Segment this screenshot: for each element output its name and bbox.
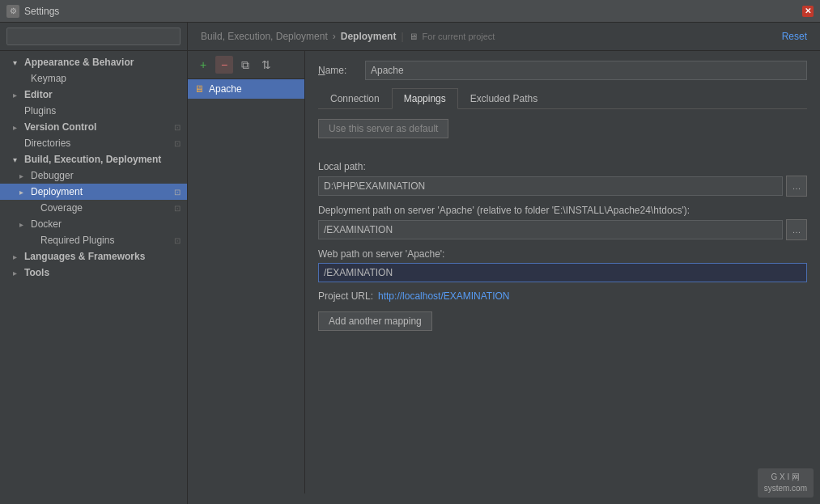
sidebar-item-docker[interactable]: ▸ Docker [0, 216, 187, 232]
web-path-row [318, 263, 807, 282]
local-path-label: Local path: [318, 161, 807, 172]
content-area: Build, Execution, Deployment › Deploymen… [188, 23, 820, 504]
arrow-icon: ▸ [19, 220, 28, 229]
sidebar-item-appearance[interactable]: ▾ Appearance & Behavior [0, 54, 187, 70]
arrow-icon: ▸ [19, 172, 28, 180]
sidebar-item-keymap[interactable]: Keymap [0, 70, 187, 87]
sidebar-item-directories[interactable]: Directories ⊡ [0, 135, 187, 151]
sidebar-tree: ▾ Appearance & Behavior Keymap ▸ Editor … [0, 51, 187, 504]
server-panel: + − ⧉ ⇅ 🖥 Apache NName:ame: [188, 51, 820, 493]
local-path-input[interactable] [318, 176, 783, 196]
server-item-apache[interactable]: 🖥 Apache [188, 79, 304, 99]
project-url-label: Project URL: [318, 290, 373, 302]
sidebar-item-debugger[interactable]: ▸ Debugger [0, 167, 187, 184]
project-label: For current project [423, 32, 495, 41]
sidebar-item-languages[interactable]: ▸ Languages & Frameworks [0, 248, 187, 265]
sidebar-item-coverage[interactable]: Coverage ⊡ [0, 200, 187, 216]
server-item-icon: 🖥 [194, 83, 204, 95]
default-btn-wrapper: Use this server as default [318, 119, 807, 150]
deployment-path-input[interactable] [318, 220, 783, 239]
main-container: Q ▾ Appearance & Behavior Keymap ▸ Edito… [0, 23, 820, 504]
sidebar-item-build[interactable]: ▾ Build, Execution, Deployment [0, 151, 187, 167]
sidebar-item-required-plugins[interactable]: Required Plugins ⊡ [0, 232, 187, 248]
sidebar-item-editor[interactable]: ▸ Editor [0, 87, 187, 103]
breadcrumb-part1: Build, Execution, Deployment [201, 31, 328, 42]
tab-connection[interactable]: Connection [318, 88, 392, 109]
sidebar-item-version-control[interactable]: ▸ Version Control ⊡ [0, 119, 187, 135]
arrow-icon: ▸ [13, 91, 21, 100]
local-path-browse-button[interactable]: … [786, 176, 807, 197]
name-input[interactable] [365, 61, 807, 80]
copy-server-button[interactable]: ⧉ [236, 56, 254, 74]
breadcrumb-divider: | [401, 31, 403, 42]
deployment-path-label: Deployment path on server 'Apache' (rela… [318, 205, 807, 216]
settings-icon: ⚙ [6, 5, 19, 18]
search-bar: Q [0, 23, 187, 51]
arrow-icon: ▸ [19, 188, 28, 197]
watermark: G X I 网system.com [758, 468, 814, 498]
project-label-icon: 🖥 [409, 32, 418, 41]
deploy-icon: ⊡ [174, 188, 181, 197]
arrow-icon: ▸ [13, 269, 21, 277]
project-url-row: Project URL: http://localhost/EXAMINATIO… [318, 290, 807, 302]
sidebar-item-deployment[interactable]: ▸ Deployment ⊡ [0, 184, 187, 200]
vc-icon: ⊡ [174, 123, 181, 132]
web-path-input[interactable] [318, 263, 807, 282]
tabs-row: Connection Mappings Excluded Paths [318, 88, 807, 109]
add-server-button[interactable]: + [194, 56, 212, 74]
titlebar: ⚙ Settings ✕ [0, 0, 820, 23]
name-label: NName:ame: [318, 65, 359, 76]
content-header: Build, Execution, Deployment › Deploymen… [188, 23, 820, 51]
move-server-button[interactable]: ⇅ [257, 56, 275, 74]
close-button[interactable]: ✕ [802, 6, 814, 17]
titlebar-left: ⚙ Settings [6, 5, 59, 18]
deployment-path-browse-button[interactable]: … [786, 219, 807, 240]
use-default-button[interactable]: Use this server as default [318, 119, 448, 138]
deployment-path-row: … [318, 219, 807, 240]
breadcrumb-part2: Deployment [341, 31, 397, 42]
breadcrumb: Build, Execution, Deployment › Deploymen… [201, 31, 495, 42]
sidebar-item-tools[interactable]: ▸ Tools [0, 265, 187, 281]
search-input[interactable] [6, 28, 181, 45]
coverage-icon: ⊡ [174, 204, 181, 213]
local-path-row: … [318, 176, 807, 197]
arrow-icon: ▾ [13, 58, 21, 67]
add-mapping-button[interactable]: Add another mapping [318, 311, 432, 331]
server-list: 🖥 Apache [188, 79, 304, 493]
web-path-label: Web path on server 'Apache': [318, 248, 807, 260]
remove-server-button[interactable]: − [215, 56, 233, 74]
server-list-toolbar: + − ⧉ ⇅ [188, 51, 304, 79]
server-item-label: Apache [209, 83, 242, 95]
detail-panel: NName:ame: Connection Mappings Excluded … [305, 51, 820, 493]
name-row: NName:ame: [318, 61, 807, 80]
arrow-icon: ▸ [13, 252, 21, 261]
tab-excluded-paths[interactable]: Excluded Paths [458, 88, 550, 109]
server-list-panel: + − ⧉ ⇅ 🖥 Apache [188, 51, 305, 493]
arrow-icon: ▾ [13, 155, 21, 164]
search-wrapper: Q [6, 28, 181, 45]
reset-button[interactable]: Reset [782, 31, 807, 42]
project-url-link[interactable]: http://localhost/EXAMINATION [378, 290, 510, 302]
dir-icon: ⊡ [174, 139, 181, 148]
breadcrumb-arrow: › [333, 31, 336, 42]
req-plugins-icon: ⊡ [174, 236, 181, 245]
arrow-icon: ▸ [13, 123, 21, 132]
titlebar-title: Settings [24, 6, 59, 17]
sidebar-item-plugins[interactable]: Plugins [0, 103, 187, 119]
sidebar: Q ▾ Appearance & Behavior Keymap ▸ Edito… [0, 23, 188, 504]
tab-mappings[interactable]: Mappings [392, 88, 458, 109]
